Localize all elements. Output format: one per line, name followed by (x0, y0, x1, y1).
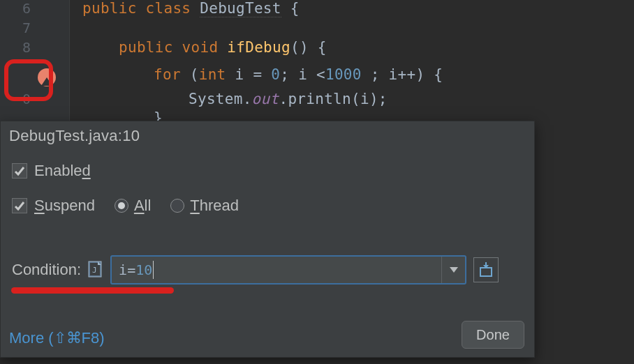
suspend-thread-label: Thread (190, 197, 239, 215)
breakpoint-icon[interactable] (38, 68, 56, 86)
code-area[interactable]: public class DebugTest { public void ifD… (70, 0, 634, 122)
more-link[interactable]: More (⇧⌘F8) (9, 329, 105, 347)
suspend-label: Suspend (34, 197, 95, 215)
code-line: System.out.println(i); (189, 91, 388, 107)
line-number: 8 (0, 39, 31, 56)
text-caret (153, 261, 154, 279)
line-number: 0 (0, 91, 31, 107)
svg-marker-4 (450, 267, 458, 273)
done-button[interactable]: Done (462, 321, 524, 349)
enabled-label: Enabled (34, 162, 91, 180)
suspend-checkbox[interactable] (12, 198, 27, 213)
language-file-icon: J (88, 261, 103, 279)
popup-title: DebugTest.java:10 (9, 127, 140, 145)
enabled-checkbox[interactable] (12, 163, 27, 179)
condition-input[interactable]: i=10 (110, 255, 466, 285)
annotation-red-underline (11, 287, 174, 294)
code-editor: 6 7 8 0 public class DebugTest { public … (0, 0, 634, 364)
code-line: public void ifDebug() { (119, 39, 327, 56)
svg-text:J: J (92, 266, 97, 275)
enabled-row: Enabled (12, 162, 91, 180)
suspend-all-radio[interactable] (115, 199, 128, 213)
line-number: 6 (0, 0, 31, 17)
condition-row: Condition: J i=10 (12, 255, 499, 285)
condition-history-dropdown[interactable] (441, 257, 465, 283)
suspend-thread-radio[interactable] (170, 199, 184, 213)
editor-gutter[interactable]: 6 7 8 0 (0, 0, 70, 122)
condition-label: Condition: (12, 261, 81, 279)
code-line: for (int i = 0; i <1000 ; i++) { (154, 66, 443, 83)
code-line: public class DebugTest { (82, 0, 300, 17)
line-number: 7 (0, 20, 31, 36)
suspend-row: Suspend All Thread (12, 197, 239, 215)
suspend-all-label: All (134, 197, 151, 215)
svg-rect-5 (480, 268, 492, 276)
expand-condition-icon[interactable] (473, 257, 499, 282)
breakpoint-popup: DebugTest.java:10 Enabled Suspend All Th… (0, 121, 535, 358)
